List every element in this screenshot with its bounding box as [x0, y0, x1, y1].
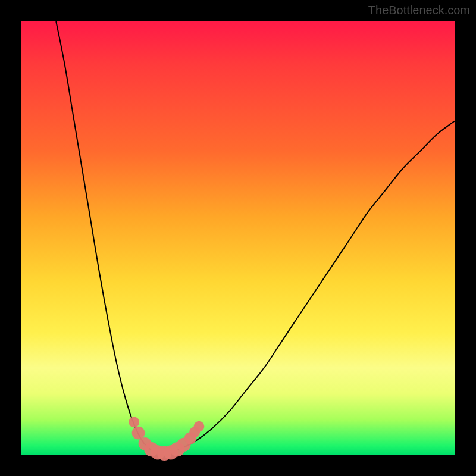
curve-lines [56, 21, 455, 455]
watermark-text: TheBottleneck.com [368, 4, 470, 17]
curve-markers [129, 417, 204, 461]
data-marker [129, 417, 139, 428]
data-marker [132, 427, 145, 440]
chart-svg [21, 21, 455, 455]
bottleneck-curve [56, 21, 455, 455]
data-marker [194, 421, 205, 432]
chart-container: TheBottleneck.com [0, 0, 476, 476]
plot-area [21, 21, 455, 455]
